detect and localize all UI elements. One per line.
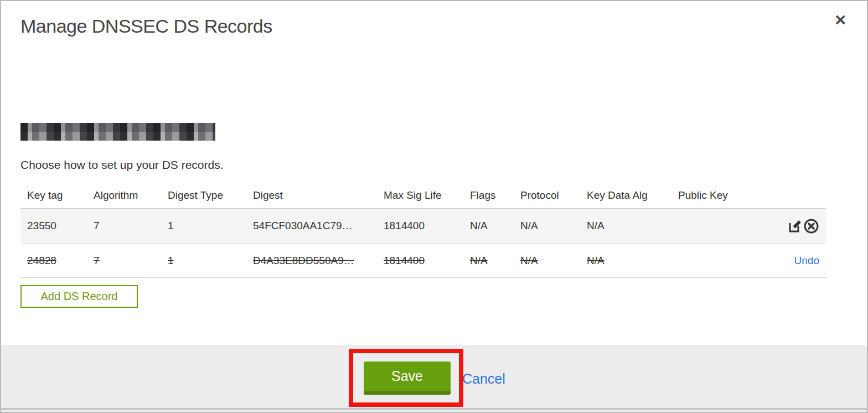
- save-button[interactable]: Save: [364, 362, 451, 395]
- cell-algorithm: 7: [87, 255, 161, 267]
- cell-protocol: N/A: [514, 220, 580, 232]
- col-header-max-sig-life: Max Sig Life: [377, 189, 463, 202]
- instruction-text: Choose how to set up your DS records.: [20, 158, 224, 172]
- cell-max-sig-life: 1814400: [377, 220, 463, 232]
- col-header-digest-type: Digest Type: [161, 189, 246, 202]
- cell-flags: N/A: [463, 220, 514, 232]
- cancel-link[interactable]: Cancel: [462, 371, 505, 387]
- cell-algorithm: 7: [87, 220, 161, 232]
- table-header-row: Key tag Algorithm Digest Type Digest Max…: [20, 183, 826, 208]
- cell-flags: N/A: [463, 255, 514, 267]
- dnssec-dialog: Manage DNSSEC DS Records × Choose how to…: [0, 0, 868, 413]
- cell-key-data-alg: N/A: [580, 220, 671, 232]
- col-header-digest: Digest: [246, 189, 377, 202]
- cell-key-data-alg: N/A: [580, 255, 671, 267]
- cell-max-sig-life: 1814400: [377, 255, 463, 267]
- table-row-deleted: 24828 7 1 D4A33E8DD550A9… 1814400 N/A N/…: [20, 243, 826, 278]
- table-row: 23550 7 1 54FCF030AA1C79… 1814400 N/A N/…: [20, 208, 826, 243]
- cell-key-tag: 23550: [20, 220, 87, 232]
- footer-edge: [1, 410, 867, 413]
- redacted-domain-name: [20, 123, 215, 141]
- undo-link[interactable]: Undo: [794, 255, 819, 267]
- cell-protocol: N/A: [514, 255, 580, 267]
- col-header-flags: Flags: [463, 189, 514, 202]
- row-actions: Undo: [738, 255, 826, 267]
- col-header-key-data-alg: Key Data Alg: [580, 189, 671, 202]
- col-header-key-tag: Key tag: [20, 189, 87, 202]
- cell-digest-type: 1: [161, 220, 246, 232]
- col-header-public-key: Public Key: [671, 189, 738, 202]
- col-header-protocol: Protocol: [514, 189, 580, 202]
- cell-digest: D4A33E8DD550A9…: [246, 255, 377, 267]
- remove-icon[interactable]: [803, 218, 819, 234]
- add-ds-record-button[interactable]: Add DS Record: [20, 285, 138, 308]
- edit-icon[interactable]: [787, 219, 802, 234]
- ds-records-table: Key tag Algorithm Digest Type Digest Max…: [20, 183, 826, 278]
- page-title: Manage DNSSEC DS Records: [20, 16, 272, 37]
- cell-digest: 54FCF030AA1C79…: [246, 220, 377, 232]
- row-actions: [738, 218, 826, 234]
- close-icon[interactable]: ×: [835, 10, 846, 29]
- cell-digest-type: 1: [161, 255, 246, 267]
- cell-key-tag: 24828: [20, 255, 87, 267]
- col-header-algorithm: Algorithm: [87, 189, 161, 202]
